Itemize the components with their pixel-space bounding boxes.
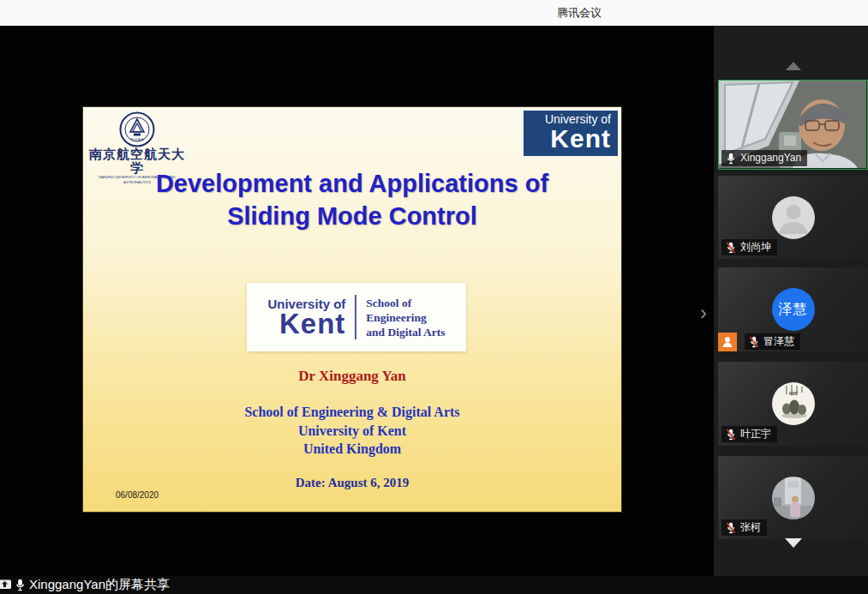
participant-tile[interactable]: 张柯: [718, 456, 868, 539]
participant-tile[interactable]: 叶正宇: [718, 362, 868, 446]
person-icon: [721, 335, 734, 349]
affiliation-line2: University of Kent: [83, 422, 621, 441]
participant-nameplate: 叶正宇: [721, 426, 777, 442]
participant-name: XinggangYan: [740, 152, 801, 165]
presentation-slide: N U A A 南京航空航天大学 NANJING UNIVERSITY OF A…: [83, 107, 621, 512]
default-avatar-icon: [772, 196, 815, 239]
participant-name: 叶正宇: [740, 428, 771, 441]
mic-muted-icon: [749, 336, 759, 348]
mic-on-icon: [15, 579, 26, 591]
svg-text:N U A A: N U A A: [131, 137, 144, 141]
participant-nameplate: 张柯: [721, 519, 767, 536]
slide-title-line1: Development and Applications of: [83, 167, 621, 200]
share-status-label: XinggangYan的屏幕共享: [29, 577, 170, 593]
kent-logo: University of Kent: [524, 111, 618, 156]
dept-logo-divider: [355, 295, 356, 339]
participant-tile[interactable]: 刘尚坤: [718, 176, 868, 259]
window-title: 腾讯会议: [557, 5, 602, 21]
nuaa-logo: N U A A 南京航空航天大学 NANJING UNIVERSITY OF A…: [87, 110, 188, 171]
slide-footer-date: 06/08/2020: [116, 490, 159, 500]
kent-logo-line2: Kent: [530, 126, 611, 152]
talk-date: Date: August 6, 2019: [83, 476, 621, 490]
screen-share-stage: N U A A 南京航空航天大学 NANJING UNIVERSITY OF A…: [0, 26, 714, 576]
participant-name: 刘尚坤: [740, 241, 771, 254]
dept-school-line2: Engineering: [366, 310, 445, 325]
presenter-name: Dr Xinggang Yan: [83, 368, 621, 385]
participants-sidebar: XinggangYan 刘尚坤 泽慧: [714, 26, 868, 576]
dept-school-line1: School of: [366, 296, 445, 310]
share-status-bar: XinggangYan的屏幕共享: [0, 576, 868, 594]
dept-uni-line2: Kent: [267, 310, 345, 337]
participant-nameplate: XinggangYan: [721, 150, 807, 166]
participant-name: 冒泽慧: [763, 335, 794, 348]
participant-tile[interactable]: XinggangYan: [718, 80, 868, 170]
participant-nameplate: 刘尚坤: [721, 239, 777, 255]
scroll-up-arrow-icon[interactable]: [786, 62, 801, 70]
slide-title-line2: Sliding Mode Control: [83, 200, 621, 232]
participant-tile[interactable]: 泽慧 冒泽慧: [718, 267, 868, 351]
slide-title: Development and Applications of Sliding …: [83, 167, 621, 232]
nuaa-seal-icon: N U A A: [119, 111, 155, 147]
mic-muted-icon: [726, 242, 736, 254]
host-badge: [718, 333, 737, 351]
affiliation-line1: School of Engineering & Digital Arts: [83, 403, 621, 422]
initials-avatar: 泽慧: [772, 288, 815, 331]
sidebar-collapse-chevron-icon[interactable]: ›: [694, 300, 713, 326]
mic-muted-icon: [726, 429, 736, 441]
mic-muted-icon: [726, 522, 736, 534]
scroll-down-arrow-icon[interactable]: [785, 538, 802, 548]
photo-avatar: [772, 382, 815, 425]
kent-school-logo: University of Kent School of Engineering…: [247, 283, 466, 351]
mic-on-icon: [726, 153, 736, 165]
presenter-affiliation: School of Engineering & Digital Arts Uni…: [83, 403, 621, 459]
meeting-window: 腾讯会议 N U A A 南京航空航天大学 NANJING UNIVERSITY…: [0, 0, 868, 594]
participant-nameplate: 冒泽慧: [745, 333, 800, 350]
screen-share-icon: [0, 579, 12, 591]
dept-school-line3: and Digital Arts: [366, 325, 445, 339]
photo-avatar: [772, 477, 815, 519]
affiliation-line3: United Kingdom: [83, 440, 621, 459]
participant-name: 张柯: [740, 521, 761, 534]
window-titlebar[interactable]: 腾讯会议: [0, 0, 868, 26]
